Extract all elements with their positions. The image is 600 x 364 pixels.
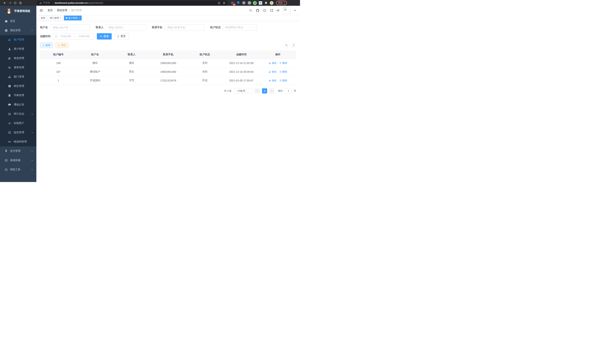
- tab-tenant[interactable]: 租户管理 ×: [64, 16, 82, 20]
- sidebar-item-dict[interactable]: 字典管理: [0, 91, 36, 100]
- browser-reload-icon[interactable]: [13, 0, 18, 6]
- extension-tabs-icon[interactable]: 10: [231, 1, 234, 5]
- delete-button[interactable]: 删除: [279, 61, 287, 65]
- browser-menu-icon[interactable]: [284, 2, 285, 4]
- sidebar-item-label: 用户管理: [14, 47, 33, 51]
- font-size-icon[interactable]: tT: [277, 9, 280, 12]
- sidebar-item-menu[interactable]: 菜单管理: [0, 63, 36, 72]
- browser-toolbar: 不安全 dashboard.yudao.iocoder.cn/system/te…: [0, 0, 300, 6]
- tenant-table: 租户编号 租户名 联系人 联系手机 租户状态 创建时间 操作 108 测试 测试: [40, 50, 296, 85]
- breadcrumb-section[interactable]: 系统管理: [57, 9, 67, 12]
- col-contact: 联系人: [113, 50, 150, 59]
- sidebar-item-post[interactable]: 岗位管理: [0, 82, 36, 91]
- address-bar[interactable]: 不安全 dashboard.yudao.iocoder.cn/system/te…: [37, 0, 228, 5]
- download-icon: [58, 44, 60, 47]
- sidebar-item-tenant[interactable]: 租户管理: [0, 35, 36, 44]
- extension-chat-icon[interactable]: [259, 1, 262, 5]
- tab-label: 租户管理: [68, 17, 77, 20]
- extension-recorder-icon[interactable]: [247, 1, 251, 5]
- page-number-button[interactable]: 1: [262, 88, 267, 93]
- help-icon[interactable]: ?: [263, 9, 266, 12]
- top-navbar: 首页 / 系统管理 / 租户管理 ? tT: [36, 6, 300, 15]
- delete-button[interactable]: 删除: [279, 79, 287, 82]
- extension-y-logo-icon[interactable]: Y: [253, 1, 257, 5]
- reset-button[interactable]: 重置: [114, 33, 129, 39]
- breadcrumb-home[interactable]: 首页: [47, 9, 53, 12]
- export-button[interactable]: 导出: [55, 42, 69, 48]
- avatar[interactable]: [283, 7, 291, 14]
- browser-forward-icon[interactable]: [7, 0, 13, 6]
- calendar-icon: [55, 35, 57, 38]
- chevron-down-icon: [31, 159, 33, 162]
- share-icon[interactable]: [216, 0, 222, 5]
- sidebar-item-error-code[interactable]: </> 错误码管理: [0, 137, 36, 146]
- sidebar-item-infra[interactable]: 基础设施: [0, 156, 36, 165]
- extension-command-icon[interactable]: ⌘: [242, 1, 246, 5]
- sidebar-item-label: 系统管理: [10, 29, 31, 32]
- page-size-select[interactable]: 10条/页: [234, 88, 253, 94]
- sidebar-item-payment[interactable]: ¥ 支付管理: [0, 146, 36, 156]
- breadcrumb-current: 租户管理: [71, 9, 82, 12]
- tab-close-icon[interactable]: ×: [60, 17, 61, 19]
- avatar-caret-icon[interactable]: [294, 10, 296, 12]
- tab-dept[interactable]: 部门管理 ×: [48, 16, 63, 20]
- create-time-range-picker[interactable]: 开始日期 - 结束日期: [53, 33, 94, 39]
- status-select[interactable]: 请选择租户状态: [223, 24, 257, 31]
- chevron-down-icon: [31, 168, 33, 171]
- tenant-name-input[interactable]: [52, 26, 88, 29]
- header-search-icon[interactable]: [249, 9, 252, 12]
- goto-page-input[interactable]: [285, 88, 292, 93]
- edit-button[interactable]: 修改: [269, 70, 277, 74]
- extension-balloon-icon[interactable]: [236, 1, 240, 5]
- next-page-button[interactable]: [269, 88, 275, 93]
- sidebar-item-dept[interactable]: 部门管理: [0, 72, 36, 82]
- tab-close-icon[interactable]: ×: [78, 17, 80, 19]
- fullscreen-icon[interactable]: [270, 9, 273, 12]
- phone-input[interactable]: [167, 26, 202, 29]
- online-users-icon: [8, 121, 11, 125]
- sidebar: 芋道管理系统 首页 系统管理: [0, 6, 36, 182]
- gear-icon: [4, 29, 8, 32]
- app-logo[interactable]: 芋道管理系统: [0, 6, 36, 16]
- delete-button[interactable]: 删除: [279, 70, 287, 74]
- add-button[interactable]: + 新增: [40, 42, 53, 48]
- users-icon: [8, 38, 11, 41]
- col-created: 创建时间: [223, 50, 260, 59]
- edit-button[interactable]: 修改: [269, 61, 277, 65]
- bookmark-star-icon[interactable]: [222, 0, 227, 5]
- sidebar-item-dev-tools[interactable]: 研发工具: [0, 165, 36, 174]
- not-secure-label: 不安全: [43, 1, 50, 4]
- browser-back-icon[interactable]: [2, 0, 7, 6]
- browser-extensions: 10 ⌘ Y: [231, 1, 273, 5]
- sidebar-item-role[interactable]: 角色管理: [0, 54, 36, 63]
- browser-home-icon[interactable]: [18, 0, 23, 6]
- sidebar-collapse-icon[interactable]: [36, 6, 46, 15]
- sidebar-item-label: 审计日志: [14, 112, 31, 116]
- goto-label: 前往: [278, 89, 283, 93]
- contact-input[interactable]: [108, 26, 144, 29]
- extension-emoji-icon[interactable]: [270, 1, 273, 5]
- browser-update-button[interactable]: 更新: [276, 1, 287, 5]
- sidebar-item-sms[interactable]: 短信管理: [0, 128, 36, 137]
- tab-home[interactable]: 首页: [39, 16, 47, 20]
- extension-badge: 10: [233, 3, 236, 6]
- extension-puzzle-icon[interactable]: [264, 1, 268, 5]
- sidebar-item-audit-log[interactable]: 审计日志: [0, 109, 36, 119]
- search-button[interactable]: 搜索: [97, 33, 112, 39]
- sidebar-item-home[interactable]: 首页: [0, 17, 36, 26]
- chevron-down-icon: [31, 113, 33, 115]
- breadcrumb-separator: /: [69, 9, 70, 12]
- sidebar-item-notice[interactable]: 通知公告: [0, 100, 36, 109]
- yen-icon: ¥: [4, 149, 8, 153]
- sidebar-item-label: 研发工具: [10, 168, 31, 171]
- github-icon[interactable]: [256, 9, 259, 12]
- show-search-toggle-icon[interactable]: [284, 43, 289, 48]
- prev-page-button[interactable]: [254, 88, 260, 93]
- code-icon: </>: [8, 140, 11, 143]
- chevron-down-icon: [253, 26, 255, 28]
- refresh-table-icon[interactable]: [291, 43, 296, 48]
- sidebar-item-online-user[interactable]: 在线用户: [0, 119, 36, 128]
- edit-button[interactable]: 修改: [269, 79, 277, 82]
- sidebar-item-user[interactable]: 用户管理: [0, 44, 36, 54]
- sidebar-item-system[interactable]: 系统管理: [0, 26, 36, 35]
